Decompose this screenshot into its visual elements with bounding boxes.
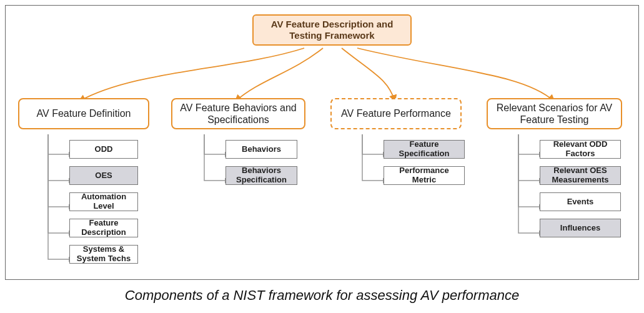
sub-label: Events [567, 197, 594, 207]
category-label: AV Feature Behaviors and Specifications [179, 102, 298, 126]
diagram-frame: AV Feature Description and Testing Frame… [5, 5, 639, 280]
sub-influences: Influences [540, 219, 621, 237]
category-label: AV Feature Performance [341, 107, 451, 119]
sub-label: Feature Description [72, 219, 135, 237]
sub-label: Automation Level [72, 192, 135, 211]
caption-text: Components of a NIST framework for asses… [125, 287, 519, 303]
sub-behaviors-spec: Behaviors Specification [225, 166, 297, 185]
sub-label: Influences [560, 224, 600, 233]
category-label: Relevant Scenarios for AV Feature Testin… [494, 102, 615, 126]
category-label: AV Feature Definition [37, 107, 131, 119]
sub-feature-description: Feature Description [69, 219, 138, 237]
sub-label: Systems & System Techs [72, 245, 135, 264]
sub-automation-level: Automation Level [69, 192, 138, 211]
sub-label: Feature Specification [387, 140, 462, 159]
sub-label: Behaviors [242, 145, 281, 154]
sub-feature-spec: Feature Specification [384, 140, 465, 159]
sub-oes: OES [69, 166, 138, 185]
sub-label: Performance Metric [387, 166, 462, 185]
sub-relevant-oes: Relevant OES Measurements [540, 166, 621, 185]
sub-label: OES [95, 171, 112, 181]
sub-relevant-odd: Relevant ODD Factors [540, 140, 621, 159]
sub-odd: ODD [69, 140, 138, 159]
root-node: AV Feature Description and Testing Frame… [252, 14, 412, 46]
sub-behaviors: Behaviors [225, 140, 297, 159]
category-behaviors: AV Feature Behaviors and Specifications [171, 98, 305, 129]
root-label: AV Feature Description and Testing Frame… [256, 19, 408, 41]
category-scenarios: Relevant Scenarios for AV Feature Testin… [487, 98, 622, 129]
figure-caption: Components of a NIST framework for asses… [0, 287, 644, 304]
sub-systems-techs: Systems & System Techs [69, 245, 138, 264]
sub-events: Events [540, 192, 621, 211]
sub-label: ODD [95, 145, 113, 154]
sub-performance-metric: Performance Metric [384, 166, 465, 185]
sub-label: Relevant OES Measurements [543, 166, 618, 185]
sub-label: Relevant ODD Factors [543, 140, 618, 159]
sub-label: Behaviors Specification [229, 166, 294, 185]
category-definition: AV Feature Definition [18, 98, 149, 129]
category-performance: AV Feature Performance [330, 98, 462, 129]
